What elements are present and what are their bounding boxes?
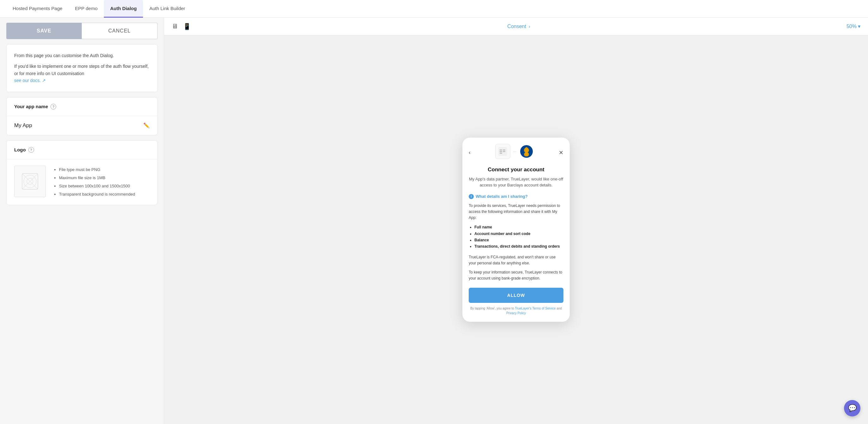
preview-area: ‹ <box>164 35 868 424</box>
dialog-subtitle: My App's data partner, TrueLayer, would … <box>469 176 563 188</box>
preview-section-label: Consent <box>507 24 526 29</box>
docs-link[interactable]: see our docs. ↗ <box>14 78 46 83</box>
tab-hosted-payments[interactable]: Hosted Payments Page <box>6 0 69 18</box>
device-icons: 🖥 📱 <box>172 23 191 30</box>
app-name-value: My App <box>14 122 32 129</box>
sharing-list: Full name Account number and sort code B… <box>469 224 563 250</box>
terms-of-service-link[interactable]: TrueLayer's Terms of Service <box>515 307 556 310</box>
zoom-value: 50% <box>846 24 857 29</box>
logo-instruction-1: File type must be PNG <box>59 166 135 174</box>
terms-text: By tapping 'Allow', you agree to TrueLay… <box>469 306 563 316</box>
sharing-item-1: Full name <box>474 224 563 230</box>
preview-toolbar: 🖥 📱 Consent › 50% ▾ <box>164 18 868 35</box>
barclays-logo <box>519 144 534 159</box>
svg-rect-7 <box>500 151 502 152</box>
truelayer-logo-box <box>495 144 510 159</box>
mobile-icon[interactable]: 📱 <box>183 23 191 30</box>
brand-separator: ··· <box>513 149 516 154</box>
logo-instructions: File type must be PNG Maximum file size … <box>53 166 135 198</box>
logo-instruction-4: Transparent background is recommended <box>59 190 135 198</box>
close-button[interactable]: ✕ <box>559 149 563 156</box>
sharing-item-2: Account number and sort code <box>474 231 563 237</box>
sharing-item-4: Transactions, direct debits and standing… <box>474 243 563 250</box>
tab-auth-link-builder[interactable]: Auth Link Builder <box>143 0 191 18</box>
info-line2: If you'd like to implement one or more s… <box>14 63 150 84</box>
svg-rect-9 <box>503 150 505 151</box>
info-card: From this page you can customise the Aut… <box>6 44 157 92</box>
svg-point-13 <box>525 152 528 156</box>
what-sharing-label[interactable]: i What details am I sharing? <box>469 194 563 199</box>
svg-point-12 <box>525 148 528 152</box>
fca-text: TrueLayer is FCA-regulated, and won't sh… <box>469 254 563 266</box>
dialog-title: Connect your account <box>469 167 563 173</box>
tab-auth-dialog[interactable]: Auth Dialog <box>104 0 143 18</box>
svg-rect-6 <box>500 150 502 151</box>
chat-icon: 💬 <box>848 404 857 412</box>
top-nav: Hosted Payments Page EPP demo Auth Dialo… <box>0 0 868 18</box>
info-icon: i <box>469 194 474 199</box>
left-panel: SAVE CANCEL From this page you can custo… <box>0 18 164 424</box>
right-panel: 🖥 📱 Consent › 50% ▾ ‹ <box>164 18 868 424</box>
edit-icon[interactable]: ✏️ <box>143 122 150 128</box>
sharing-desc: To provide its services, TrueLayer needs… <box>469 203 563 221</box>
zoom-control[interactable]: 50% ▾ <box>846 23 861 29</box>
sharing-item-3: Balance <box>474 237 563 243</box>
tab-epp-demo[interactable]: EPP demo <box>69 0 104 18</box>
cancel-button[interactable]: CANCEL <box>82 23 157 39</box>
privacy-policy-link[interactable]: Privacy Policy <box>506 312 526 315</box>
app-name-header: Your app name ? <box>6 97 157 116</box>
app-name-value-row: My App ✏️ <box>6 116 157 135</box>
logo-instruction-2: Maximum file size is 1MB <box>59 174 135 182</box>
phone-mockup: ‹ <box>462 137 570 322</box>
dialog-body: Connect your account My App's data partn… <box>462 167 570 322</box>
logo-instruction-3: Size between 100x100 and 1500x1500 <box>59 182 135 190</box>
main-layout: SAVE CANCEL From this page you can custo… <box>0 18 868 424</box>
logo-header: Logo ? <box>6 140 157 159</box>
save-button[interactable]: SAVE <box>6 23 82 39</box>
desktop-icon[interactable]: 🖥 <box>172 23 178 30</box>
logo-help-icon[interactable]: ? <box>28 147 34 153</box>
back-button[interactable]: ‹ <box>469 149 471 156</box>
dialog-header: ‹ <box>462 137 570 167</box>
allow-button[interactable]: ALLOW <box>469 288 563 303</box>
svg-rect-10 <box>503 151 505 152</box>
chat-widget[interactable]: 💬 <box>844 400 861 417</box>
chevron-right-icon: › <box>529 24 530 29</box>
info-line1: From this page you can customise the Aut… <box>14 52 150 59</box>
logo-section: File type must be PNG Maximum file size … <box>6 159 157 205</box>
logo-placeholder[interactable] <box>14 166 46 197</box>
preview-label: Consent › <box>191 24 846 29</box>
app-name-help-icon[interactable]: ? <box>51 104 56 109</box>
brand-logos: ··· <box>495 144 534 162</box>
svg-rect-8 <box>500 153 502 154</box>
zoom-chevron-icon: ▾ <box>858 23 861 29</box>
action-bar: SAVE CANCEL <box>0 18 164 44</box>
encryption-text: To keep your information secure, TrueLay… <box>469 269 563 282</box>
phone-content: ‹ <box>462 137 570 322</box>
